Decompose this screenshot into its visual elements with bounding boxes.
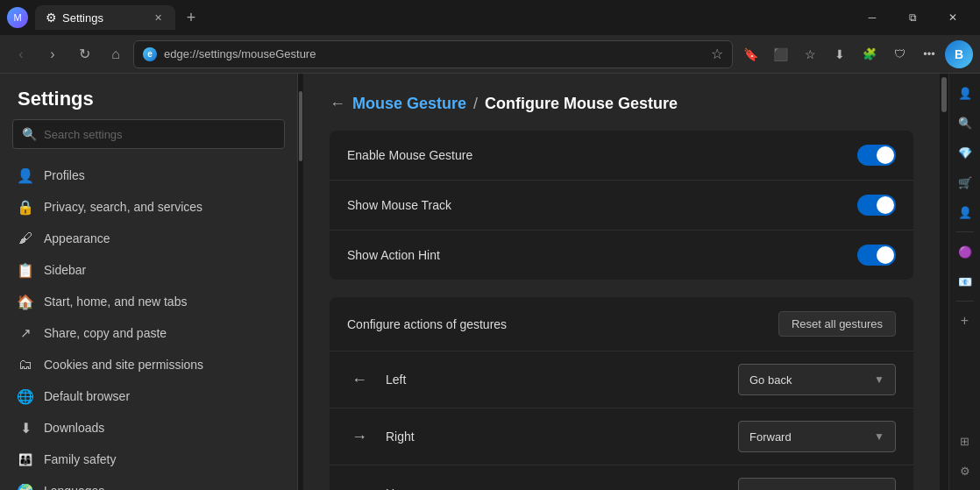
- sidebar-item-share[interactable]: ↗ Share, copy and paste: [0, 317, 297, 349]
- settings-tab[interactable]: ⚙ Settings ✕: [35, 5, 175, 30]
- extensions-button[interactable]: 🧩: [856, 40, 884, 68]
- collections-button[interactable]: 🔖: [736, 40, 764, 68]
- window-controls: ─ ⧉ ✕: [852, 4, 973, 32]
- sidebar-scroll-thumb[interactable]: [299, 91, 302, 161]
- settings-tab-icon: ⚙: [46, 11, 57, 25]
- gesture-left-value: Go back: [749, 373, 792, 387]
- right-panel-btn-search[interactable]: 🔍: [953, 110, 977, 135]
- sidebar-item-languages-label: Languages: [44, 484, 104, 490]
- gesture-up-arrow: ↑: [347, 485, 372, 491]
- sidebar-scrollbar[interactable]: [298, 74, 303, 490]
- browser-essentials-button[interactable]: 🛡: [885, 40, 913, 68]
- gesture-left-row: ← Left Go back ▼: [330, 352, 913, 408]
- sidebar-title: Settings: [0, 74, 297, 119]
- right-panel-btn-user2[interactable]: 👤: [953, 200, 977, 224]
- gesture-left-arrow: ←: [347, 371, 372, 389]
- tab-bar: ⚙ Settings ✕ +: [35, 5, 845, 30]
- refresh-button[interactable]: ↻: [70, 40, 98, 68]
- address-text: edge://settings/mouseGesture: [164, 47, 704, 60]
- default-browser-icon: 🌐: [18, 388, 33, 404]
- content-scroll-thumb[interactable]: [941, 77, 947, 112]
- sidebar-item-sidebar[interactable]: 📋 Sidebar: [0, 254, 297, 286]
- right-panel-btn-settings[interactable]: ⚙: [953, 458, 977, 483]
- sidebar-item-cookies[interactable]: 🗂 Cookies and site permissions: [0, 349, 297, 380]
- sidebar-item-appearance-label: Appearance: [44, 231, 110, 245]
- show-mouse-track-label: Show Mouse Track: [347, 198, 451, 212]
- show-mouse-track-toggle[interactable]: [857, 195, 896, 216]
- gesture-up-value: Scroll up: [749, 487, 794, 491]
- start-home-icon: 🏠: [18, 294, 33, 309]
- split-view-button[interactable]: ⬛: [766, 40, 794, 68]
- right-panel-btn-blue[interactable]: 🟣: [953, 239, 977, 264]
- reset-all-gestures-button[interactable]: Reset all gestures: [778, 311, 896, 337]
- gestures-section: Configure actions of gestures Reset all …: [330, 297, 913, 490]
- search-icon: 🔍: [22, 127, 37, 141]
- sidebar-item-downloads[interactable]: ⬇ Downloads: [0, 412, 297, 444]
- minimize-button[interactable]: ─: [852, 4, 892, 32]
- sidebar-item-default-browser-label: Default browser: [44, 389, 130, 403]
- sidebar-item-privacy-label: Privacy, search, and services: [44, 200, 202, 214]
- right-panel-btn-add[interactable]: +: [953, 309, 977, 333]
- star-icon[interactable]: ☆: [711, 46, 723, 62]
- gesture-right-select[interactable]: Forward ▼: [738, 421, 896, 452]
- gesture-left-select[interactable]: Go back ▼: [738, 364, 896, 395]
- gestures-section-title: Configure actions of gestures: [347, 317, 507, 331]
- right-panel-divider: [956, 231, 974, 232]
- breadcrumb-link[interactable]: Mouse Gesture: [352, 95, 466, 113]
- right-panel-btn-profile[interactable]: 👤: [953, 81, 977, 105]
- sidebar-item-share-label: Share, copy and paste: [44, 326, 167, 340]
- forward-button[interactable]: ›: [39, 40, 67, 68]
- sidebar-item-languages[interactable]: 🌍 Languages: [0, 475, 297, 490]
- breadcrumb-separator: /: [473, 95, 478, 113]
- new-tab-button[interactable]: +: [179, 5, 203, 30]
- right-panel-divider2: [956, 301, 974, 302]
- show-action-hint-toggle[interactable]: [857, 245, 896, 266]
- appearance-icon: 🖌: [18, 231, 33, 246]
- right-panel-btn-outlook[interactable]: 📧: [953, 269, 977, 294]
- sidebar-icon: 📋: [18, 262, 33, 278]
- tab-close-btn[interactable]: ✕: [151, 11, 165, 25]
- gesture-up-name: Up: [386, 486, 724, 490]
- sidebar-item-default-browser[interactable]: 🌐 Default browser: [0, 380, 297, 412]
- sidebar-item-appearance[interactable]: 🖌 Appearance: [0, 223, 297, 254]
- gesture-right-row: → Right Forward ▼: [330, 408, 913, 465]
- nav-right-icons: 🔖 ⬛ ☆ ⬇ 🧩 🛡 ••• B: [736, 40, 973, 68]
- sidebar-item-start-home[interactable]: 🏠 Start, home, and new tabs: [0, 286, 297, 317]
- enable-mouse-gesture-row: Enable Mouse Gesture: [330, 131, 913, 181]
- back-button[interactable]: ‹: [7, 40, 35, 68]
- gesture-right-arrow: →: [347, 428, 372, 446]
- right-panel-btn-shop[interactable]: 🛒: [953, 170, 977, 195]
- address-bar[interactable]: e edge://settings/mouseGesture ☆: [133, 40, 733, 68]
- sidebar-item-sidebar-label: Sidebar: [44, 263, 86, 277]
- content-scrollbar[interactable]: [940, 74, 948, 490]
- gestures-header: Configure actions of gestures Reset all …: [330, 297, 913, 352]
- sidebar-item-privacy[interactable]: 🔒 Privacy, search, and services: [0, 191, 297, 223]
- gesture-up-row: ↑ Up Scroll up ▼: [330, 465, 913, 490]
- right-panel-btn-grid[interactable]: ⊞: [953, 429, 977, 453]
- sidebar-item-family-safety-label: Family safety: [44, 452, 116, 466]
- breadcrumb-back-button[interactable]: ←: [330, 95, 345, 113]
- search-settings-input[interactable]: 🔍 Search settings: [12, 119, 285, 149]
- favorites-button[interactable]: ☆: [796, 40, 824, 68]
- right-panel-btn-discover[interactable]: 💎: [953, 140, 977, 165]
- sidebar: Settings 🔍 Search settings 👤 Profiles 🔒 …: [0, 74, 298, 490]
- more-tools-button[interactable]: •••: [915, 40, 943, 68]
- sidebar-item-profiles[interactable]: 👤 Profiles: [0, 160, 297, 191]
- mouse-gesture-toggles: Enable Mouse Gesture Show Mouse Track Sh…: [330, 131, 913, 280]
- sidebar-item-start-home-label: Start, home, and new tabs: [44, 295, 187, 309]
- enable-mouse-gesture-toggle[interactable]: [857, 145, 896, 166]
- close-button[interactable]: ✕: [933, 4, 973, 32]
- gesture-right-value: Forward: [749, 430, 792, 444]
- enable-mouse-gesture-label: Enable Mouse Gesture: [347, 148, 472, 162]
- gesture-up-select[interactable]: Scroll up ▼: [738, 478, 896, 490]
- downloads-nav-button[interactable]: ⬇: [826, 40, 854, 68]
- titlebar: M ⚙ Settings ✕ + ─ ⧉ ✕: [0, 0, 980, 35]
- languages-icon: 🌍: [18, 483, 33, 490]
- avatar[interactable]: M: [7, 7, 28, 28]
- bing-chat-button[interactable]: B: [945, 40, 973, 68]
- gesture-left-chevron: ▼: [874, 373, 884, 386]
- sidebar-item-family-safety[interactable]: 👨‍👩‍👦 Family safety: [0, 444, 297, 475]
- gesture-right-chevron: ▼: [874, 430, 884, 443]
- restore-button[interactable]: ⧉: [892, 4, 933, 32]
- home-button[interactable]: ⌂: [102, 40, 130, 68]
